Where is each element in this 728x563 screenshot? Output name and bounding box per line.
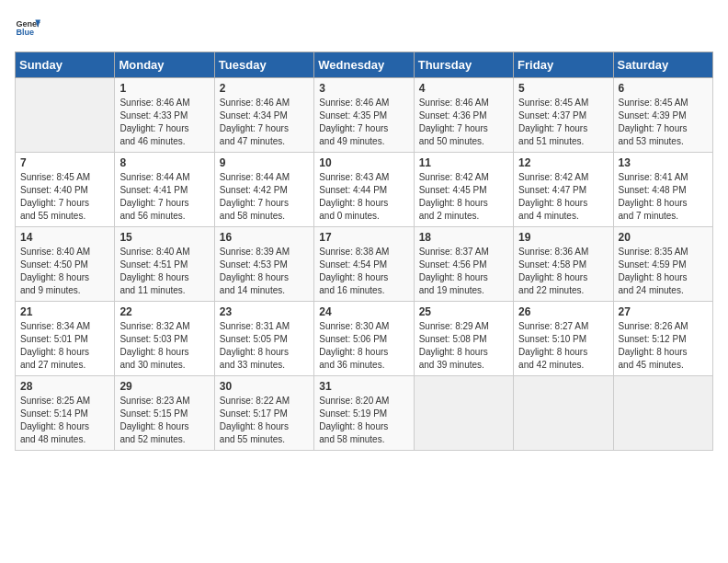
day-number: 16 bbox=[220, 231, 309, 244]
day-number: 13 bbox=[619, 156, 708, 169]
calendar-cell: 9Sunrise: 8:44 AM Sunset: 4:42 PM Daylig… bbox=[214, 153, 313, 227]
day-info: Sunrise: 8:45 AM Sunset: 4:39 PM Dayligh… bbox=[619, 97, 708, 148]
day-info: Sunrise: 8:32 AM Sunset: 5:03 PM Dayligh… bbox=[119, 320, 209, 372]
day-number: 15 bbox=[119, 231, 209, 244]
day-number: 17 bbox=[319, 231, 408, 244]
calendar-cell: 21Sunrise: 8:34 AM Sunset: 5:01 PM Dayli… bbox=[16, 302, 115, 376]
day-number: 19 bbox=[518, 231, 608, 244]
calendar-body: 1Sunrise: 8:46 AM Sunset: 4:33 PM Daylig… bbox=[16, 78, 713, 451]
calendar-cell: 25Sunrise: 8:29 AM Sunset: 5:08 PM Dayli… bbox=[414, 302, 513, 376]
day-info: Sunrise: 8:30 AM Sunset: 5:06 PM Dayligh… bbox=[319, 320, 408, 372]
day-number: 20 bbox=[619, 231, 708, 244]
day-number: 5 bbox=[518, 82, 608, 95]
calendar-cell: 15Sunrise: 8:40 AM Sunset: 4:51 PM Dayli… bbox=[115, 227, 214, 302]
day-number: 2 bbox=[220, 82, 309, 95]
calendar-cell: 1Sunrise: 8:46 AM Sunset: 4:33 PM Daylig… bbox=[115, 78, 214, 153]
day-header-saturday: Saturday bbox=[613, 52, 712, 78]
calendar-cell: 23Sunrise: 8:31 AM Sunset: 5:05 PM Dayli… bbox=[214, 302, 313, 376]
calendar-cell: 14Sunrise: 8:40 AM Sunset: 4:50 PM Dayli… bbox=[16, 227, 115, 302]
day-number: 8 bbox=[119, 156, 209, 169]
day-info: Sunrise: 8:46 AM Sunset: 4:35 PM Dayligh… bbox=[319, 97, 408, 148]
day-info: Sunrise: 8:40 AM Sunset: 4:50 PM Dayligh… bbox=[20, 246, 109, 297]
day-info: Sunrise: 8:45 AM Sunset: 4:40 PM Dayligh… bbox=[20, 171, 109, 223]
day-info: Sunrise: 8:42 AM Sunset: 4:45 PM Dayligh… bbox=[419, 171, 508, 223]
day-header-wednesday: Wednesday bbox=[314, 52, 414, 78]
day-info: Sunrise: 8:38 AM Sunset: 4:54 PM Dayligh… bbox=[319, 246, 408, 297]
calendar-cell: 20Sunrise: 8:35 AM Sunset: 4:59 PM Dayli… bbox=[613, 227, 712, 302]
day-info: Sunrise: 8:45 AM Sunset: 4:37 PM Dayligh… bbox=[518, 97, 608, 148]
day-number: 31 bbox=[319, 380, 408, 393]
day-number: 3 bbox=[319, 82, 408, 95]
calendar-header-row: SundayMondayTuesdayWednesdayThursdayFrid… bbox=[16, 52, 713, 78]
logo-icon: General Blue bbox=[15, 15, 40, 40]
calendar-week-row: 28Sunrise: 8:25 AM Sunset: 5:14 PM Dayli… bbox=[16, 376, 713, 451]
calendar-cell bbox=[514, 376, 613, 451]
calendar-cell: 18Sunrise: 8:37 AM Sunset: 4:56 PM Dayli… bbox=[414, 227, 513, 302]
calendar-cell: 26Sunrise: 8:27 AM Sunset: 5:10 PM Dayli… bbox=[514, 302, 613, 376]
day-number: 30 bbox=[220, 380, 309, 393]
day-number: 1 bbox=[119, 82, 209, 95]
calendar-week-row: 7Sunrise: 8:45 AM Sunset: 4:40 PM Daylig… bbox=[16, 153, 713, 227]
calendar-cell: 17Sunrise: 8:38 AM Sunset: 4:54 PM Dayli… bbox=[314, 227, 414, 302]
day-info: Sunrise: 8:26 AM Sunset: 5:12 PM Dayligh… bbox=[619, 320, 708, 372]
calendar-cell: 4Sunrise: 8:46 AM Sunset: 4:36 PM Daylig… bbox=[414, 78, 513, 153]
calendar-cell: 28Sunrise: 8:25 AM Sunset: 5:14 PM Dayli… bbox=[16, 376, 115, 451]
day-header-friday: Friday bbox=[514, 52, 613, 78]
day-info: Sunrise: 8:23 AM Sunset: 5:15 PM Dayligh… bbox=[119, 395, 209, 446]
calendar-cell: 11Sunrise: 8:42 AM Sunset: 4:45 PM Dayli… bbox=[414, 153, 513, 227]
calendar-week-row: 14Sunrise: 8:40 AM Sunset: 4:50 PM Dayli… bbox=[16, 227, 713, 302]
day-number: 11 bbox=[419, 156, 508, 169]
day-number: 4 bbox=[419, 82, 508, 95]
day-header-monday: Monday bbox=[115, 52, 214, 78]
day-number: 10 bbox=[319, 156, 408, 169]
calendar-cell: 8Sunrise: 8:44 AM Sunset: 4:41 PM Daylig… bbox=[115, 153, 214, 227]
day-number: 25 bbox=[419, 305, 508, 318]
day-info: Sunrise: 8:37 AM Sunset: 4:56 PM Dayligh… bbox=[419, 246, 508, 297]
calendar-cell: 3Sunrise: 8:46 AM Sunset: 4:35 PM Daylig… bbox=[314, 78, 414, 153]
day-number: 14 bbox=[20, 231, 109, 244]
day-info: Sunrise: 8:20 AM Sunset: 5:19 PM Dayligh… bbox=[319, 395, 408, 446]
header: General Blue bbox=[15, 15, 713, 40]
calendar-cell: 16Sunrise: 8:39 AM Sunset: 4:53 PM Dayli… bbox=[214, 227, 313, 302]
day-info: Sunrise: 8:43 AM Sunset: 4:44 PM Dayligh… bbox=[319, 171, 408, 223]
day-info: Sunrise: 8:35 AM Sunset: 4:59 PM Dayligh… bbox=[619, 246, 708, 297]
day-info: Sunrise: 8:44 AM Sunset: 4:42 PM Dayligh… bbox=[220, 171, 309, 223]
calendar-cell: 31Sunrise: 8:20 AM Sunset: 5:19 PM Dayli… bbox=[314, 376, 414, 451]
calendar-cell: 24Sunrise: 8:30 AM Sunset: 5:06 PM Dayli… bbox=[314, 302, 414, 376]
day-number: 26 bbox=[518, 305, 608, 318]
day-number: 29 bbox=[119, 380, 209, 393]
calendar-cell: 2Sunrise: 8:46 AM Sunset: 4:34 PM Daylig… bbox=[214, 78, 313, 153]
day-number: 28 bbox=[20, 380, 109, 393]
day-info: Sunrise: 8:29 AM Sunset: 5:08 PM Dayligh… bbox=[419, 320, 508, 372]
day-number: 6 bbox=[619, 82, 708, 95]
day-number: 9 bbox=[220, 156, 309, 169]
svg-text:Blue: Blue bbox=[16, 28, 34, 37]
day-number: 22 bbox=[119, 305, 209, 318]
calendar-cell bbox=[16, 78, 115, 153]
day-info: Sunrise: 8:46 AM Sunset: 4:36 PM Dayligh… bbox=[419, 97, 508, 148]
calendar-week-row: 1Sunrise: 8:46 AM Sunset: 4:33 PM Daylig… bbox=[16, 78, 713, 153]
day-header-thursday: Thursday bbox=[414, 52, 513, 78]
calendar-cell: 13Sunrise: 8:41 AM Sunset: 4:48 PM Dayli… bbox=[613, 153, 712, 227]
calendar-cell: 22Sunrise: 8:32 AM Sunset: 5:03 PM Dayli… bbox=[115, 302, 214, 376]
day-number: 24 bbox=[319, 305, 408, 318]
day-number: 21 bbox=[20, 305, 109, 318]
day-number: 7 bbox=[20, 156, 109, 169]
calendar-cell: 19Sunrise: 8:36 AM Sunset: 4:58 PM Dayli… bbox=[514, 227, 613, 302]
calendar-cell: 5Sunrise: 8:45 AM Sunset: 4:37 PM Daylig… bbox=[514, 78, 613, 153]
day-info: Sunrise: 8:27 AM Sunset: 5:10 PM Dayligh… bbox=[518, 320, 608, 372]
day-info: Sunrise: 8:31 AM Sunset: 5:05 PM Dayligh… bbox=[220, 320, 309, 372]
day-info: Sunrise: 8:44 AM Sunset: 4:41 PM Dayligh… bbox=[119, 171, 209, 223]
calendar-cell: 10Sunrise: 8:43 AM Sunset: 4:44 PM Dayli… bbox=[314, 153, 414, 227]
calendar-week-row: 21Sunrise: 8:34 AM Sunset: 5:01 PM Dayli… bbox=[16, 302, 713, 376]
day-number: 27 bbox=[619, 305, 708, 318]
day-info: Sunrise: 8:46 AM Sunset: 4:33 PM Dayligh… bbox=[119, 97, 209, 148]
calendar-cell: 29Sunrise: 8:23 AM Sunset: 5:15 PM Dayli… bbox=[115, 376, 214, 451]
calendar-cell: 6Sunrise: 8:45 AM Sunset: 4:39 PM Daylig… bbox=[613, 78, 712, 153]
day-info: Sunrise: 8:41 AM Sunset: 4:48 PM Dayligh… bbox=[619, 171, 708, 223]
day-info: Sunrise: 8:40 AM Sunset: 4:51 PM Dayligh… bbox=[119, 246, 209, 297]
calendar-cell bbox=[414, 376, 513, 451]
day-info: Sunrise: 8:36 AM Sunset: 4:58 PM Dayligh… bbox=[518, 246, 608, 297]
day-number: 18 bbox=[419, 231, 508, 244]
day-info: Sunrise: 8:46 AM Sunset: 4:34 PM Dayligh… bbox=[220, 97, 309, 148]
